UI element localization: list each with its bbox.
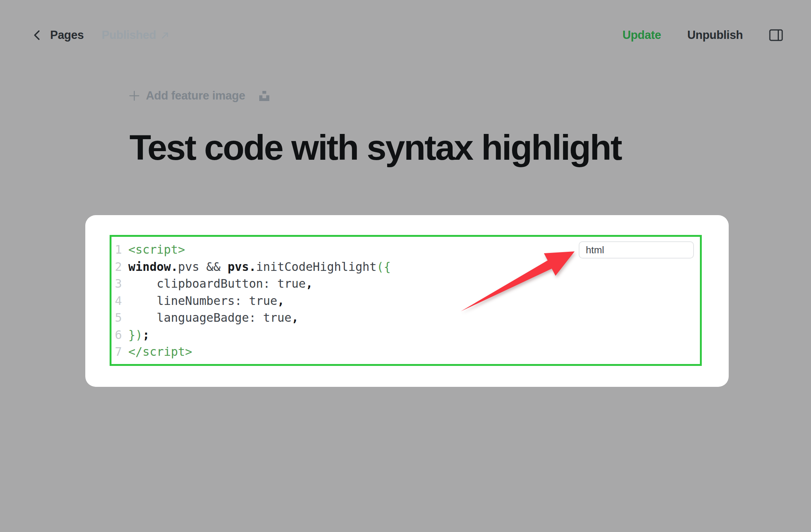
breadcrumb-pages[interactable]: Pages xyxy=(50,28,84,42)
code-line-content: lineNumbers: true, xyxy=(128,293,284,310)
plus-icon xyxy=(129,90,140,101)
line-number: 5 xyxy=(114,309,122,327)
code-line-content: </script> xyxy=(128,343,192,361)
line-number: 1 xyxy=(114,241,122,259)
code-lines: 1<script>2window.pvs && pvs.initCodeHigh… xyxy=(114,241,694,361)
published-status-link[interactable]: Published xyxy=(102,28,170,42)
code-line-content: <script> xyxy=(128,241,185,259)
code-line: 3 clipboardButton: true, xyxy=(114,275,694,293)
published-label: Published xyxy=(102,28,156,42)
line-number: 6 xyxy=(114,327,122,344)
back-button[interactable] xyxy=(32,29,42,41)
unsplash-icon xyxy=(259,91,269,101)
language-badge-input[interactable] xyxy=(579,241,694,259)
line-number: 7 xyxy=(114,343,122,361)
chevron-left-icon xyxy=(32,29,42,41)
code-line: 6}); xyxy=(114,327,694,344)
code-line: 7</script> xyxy=(114,343,694,361)
page-title[interactable]: Test code with syntax highlight xyxy=(129,127,621,168)
feature-image-row: Add feature image xyxy=(129,89,269,103)
code-line: 5 languageBadge: true, xyxy=(114,309,694,327)
code-card[interactable]: 1<script>2window.pvs && pvs.initCodeHigh… xyxy=(85,215,729,387)
add-feature-image-label: Add feature image xyxy=(146,89,245,103)
add-feature-image-button[interactable]: Add feature image xyxy=(129,89,245,103)
line-number: 4 xyxy=(114,293,122,310)
code-line-content: clipboardButton: true, xyxy=(128,275,313,293)
unpublish-button[interactable]: Unpublish xyxy=(687,28,743,42)
code-line: 4 lineNumbers: true, xyxy=(114,293,694,310)
settings-panel-toggle-button[interactable] xyxy=(769,29,783,41)
topbar-right: Update Unpublish xyxy=(622,28,783,42)
sidebar-toggle-icon xyxy=(769,29,783,41)
topbar-left: Pages Published xyxy=(32,28,170,42)
external-link-arrow-icon xyxy=(160,31,170,40)
code-line-content: languageBadge: true, xyxy=(128,309,299,327)
line-number: 2 xyxy=(114,259,122,276)
update-button[interactable]: Update xyxy=(622,28,661,42)
code-line-content: }); xyxy=(128,327,150,344)
line-number: 3 xyxy=(114,275,122,293)
code-line-content: window.pvs && pvs.initCodeHighlight({ xyxy=(128,259,391,276)
code-line: 2window.pvs && pvs.initCodeHighlight({ xyxy=(114,259,694,276)
code-editor[interactable]: 1<script>2window.pvs && pvs.initCodeHigh… xyxy=(110,235,702,366)
unsplash-button[interactable] xyxy=(259,91,269,101)
